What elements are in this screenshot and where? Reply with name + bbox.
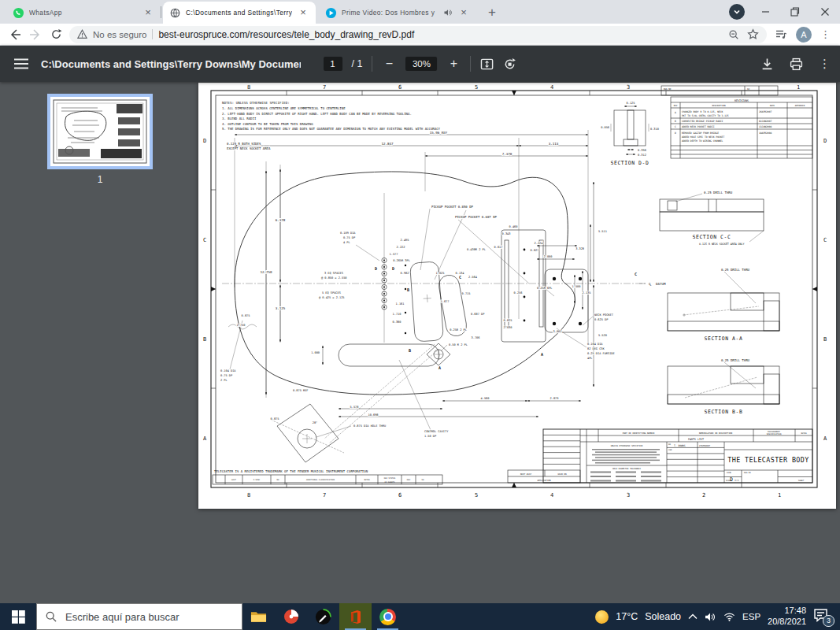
forward-button[interactable] [25, 25, 46, 44]
svg-text:A: A [823, 435, 827, 442]
reload-button[interactable] [46, 25, 66, 44]
svg-text:8: 8 [247, 84, 250, 91]
svg-text:A: A [541, 352, 543, 357]
fit-to-page-icon[interactable] [480, 57, 494, 71]
menu-icon[interactable] [14, 58, 28, 69]
download-icon[interactable] [760, 57, 774, 71]
svg-text:10.698: 10.698 [368, 413, 379, 417]
svg-text:0.438R 2 PL: 0.438R 2 PL [467, 248, 486, 251]
svg-text:0.982: 0.982 [401, 272, 409, 275]
taskbar-file-explorer[interactable] [242, 603, 275, 630]
taskbar-chrome[interactable] [372, 603, 404, 630]
page-thumbnail[interactable] [47, 94, 153, 169]
restore-button[interactable] [780, 0, 810, 23]
taskbar-clock[interactable]: 17:48 20/8/2021 [768, 606, 806, 628]
browser-menu-button[interactable]: ⋮ [820, 28, 831, 40]
svg-text:ADDED NECK POCKET RADII: ADDED NECK POCKET RADII [682, 125, 715, 128]
svg-text:0.125: 0.125 [627, 102, 635, 105]
pdf-page[interactable]: 8 7 6 5 4 3 1 8 7 6 5 4 3 2 1 D C [198, 83, 836, 509]
tab-close-icon[interactable]: × [457, 6, 470, 19]
tab-close-icon[interactable]: × [142, 6, 154, 19]
trademark-strip: TELECASTER IS A REGISTERED TRADEMARK OF … [213, 469, 442, 485]
svg-text:0.256: 0.256 [514, 291, 523, 295]
notification-badge: 3 [823, 615, 834, 627]
tab-pdf-active[interactable]: C:\Documents and Settings\Terry × [163, 2, 316, 24]
svg-text:HOLE DIAMETER TOLERANCE: HOLE DIAMETER TOLERANCE [612, 468, 641, 470]
svg-text:PART OR IDENTIFYING NUMBER: PART OR IDENTIFYING NUMBER [623, 432, 655, 435]
svg-text:0.380: 0.380 [393, 321, 401, 324]
svg-text:CHK: CHK [668, 449, 672, 451]
svg-text:7.370: 7.370 [502, 152, 513, 156]
back-button[interactable] [5, 25, 25, 44]
tab-title: C:\Documents and Settings\Terry [186, 9, 292, 17]
bookmark-star-icon[interactable] [747, 28, 759, 40]
svg-text:@ 0.850 = 2.550: @ 0.850 = 2.550 [321, 276, 346, 280]
search-input[interactable] [64, 610, 224, 624]
callout-labels: 0.125 R BOTH SIDES EXCEPT NECK SOCKET AR… [220, 142, 666, 438]
rotate-icon[interactable] [503, 57, 516, 71]
svg-text:0.265R 3PL: 0.265R 3PL [393, 259, 410, 262]
svg-text:0.687 DP: 0.687 DP [471, 313, 484, 316]
thumbnail-page-number[interactable]: 1 [47, 174, 153, 185]
svg-text:3 EQ SPACES: 3 EQ SPACES [324, 272, 343, 275]
omnibox[interactable]: No es seguro best-eurospruce.com/resourc… [69, 26, 767, 43]
weather-desc[interactable]: Soleado [645, 611, 681, 622]
print-icon[interactable] [790, 57, 803, 71]
svg-text:SPECIFICATION: SPECIFICATION [767, 433, 782, 435]
not-secure-warning-icon[interactable] [77, 29, 87, 39]
pdf-viewer: 1 [0, 82, 840, 603]
zoom-out-button[interactable]: − [382, 57, 396, 71]
svg-text:5.511: 5.511 [598, 230, 607, 233]
svg-text:0.109 DIA: 0.109 DIA [340, 232, 356, 235]
language-indicator[interactable]: ESP [742, 612, 760, 621]
svg-text:02JUN2007: 02JUN2007 [759, 120, 772, 123]
start-button[interactable] [0, 603, 36, 630]
taskbar-app-pen[interactable] [307, 603, 339, 630]
profile-avatar[interactable]: A [796, 27, 812, 43]
taskbar-app-red[interactable] [275, 603, 307, 630]
tab-prime-video[interactable]: Prime Video: Dos Hombres y × [319, 2, 476, 24]
url-text[interactable]: best-eurospruce.com/resources/tele_body_… [158, 29, 723, 40]
minimize-button[interactable] [750, 0, 780, 23]
tab-whatsapp[interactable]: WhatsApp × [6, 2, 161, 24]
svg-text:PICKUP POCKET 0.687 DP: PICKUP POCKET 0.687 DP [455, 215, 498, 219]
media-controls-button[interactable] [729, 4, 745, 20]
close-button[interactable] [810, 0, 840, 23]
action-center-button[interactable]: 3 [813, 608, 832, 625]
svg-text:1: 1 [778, 492, 781, 498]
wifi-icon[interactable] [723, 612, 735, 621]
volume-icon[interactable] [705, 612, 716, 622]
zoom-indicator-icon[interactable] [728, 29, 739, 40]
taskbar-office[interactable] [339, 603, 372, 630]
security-label[interactable]: No es seguro [93, 30, 146, 39]
tray-chevron-up-icon[interactable] [688, 613, 698, 620]
svg-text:DATE: DATE [770, 105, 775, 107]
svg-text:5. THE DRAWING IS FOR REFERENC: 5. THE DRAWING IS FOR REFERENCE ONLY AND… [222, 127, 441, 131]
zoom-in-button[interactable]: + [446, 57, 461, 71]
svg-text:DATUM: DATUM [656, 282, 666, 286]
taskbar-search[interactable] [36, 603, 242, 630]
tab-close-icon[interactable]: × [297, 6, 309, 19]
svg-text:0.312: 0.312 [638, 154, 646, 157]
svg-text:L: L [650, 284, 652, 287]
weather-temp[interactable]: 17°C [616, 611, 638, 622]
tab-title: WhatsApp [29, 9, 137, 17]
tab-audio-icon[interactable] [443, 8, 453, 17]
svg-text:0.125 R BOTH SIDES: 0.125 R BOTH SIDES [227, 142, 261, 146]
reading-list-icon[interactable] [775, 28, 787, 41]
jack-hole [271, 404, 344, 462]
svg-text:3.328: 3.328 [575, 247, 584, 250]
svg-text:5 EQ SPACES: 5 EQ SPACES [322, 291, 341, 295]
zoom-level-input[interactable]: 30% [405, 57, 437, 71]
svg-text:SH: SH [747, 88, 750, 91]
svg-text:2.222: 2.222 [397, 246, 405, 249]
pdf-menu-button[interactable]: ⋮ [819, 57, 831, 71]
section-bb: 0.25 DRILL THRU SECTION B-B [668, 358, 779, 415]
svg-text:2: 2 [702, 492, 705, 498]
page-number-input[interactable]: 1 [324, 57, 342, 71]
weather-sun-icon[interactable] [595, 610, 609, 624]
svg-text:B: B [203, 336, 206, 343]
new-tab-button[interactable]: + [483, 4, 501, 21]
svg-text:1.50 DP: 1.50 DP [424, 435, 436, 438]
address-bar: No es seguro best-eurospruce.com/resourc… [0, 24, 840, 46]
